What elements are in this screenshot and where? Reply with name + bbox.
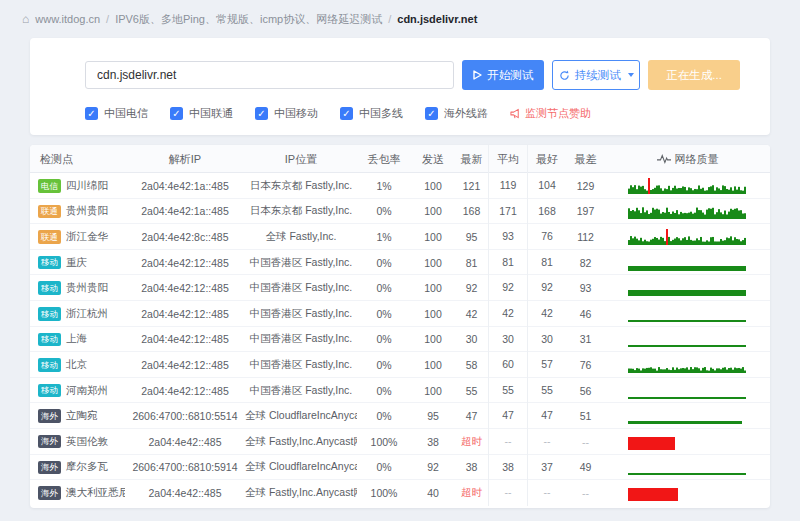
column-header-label: 网络质量	[675, 152, 719, 167]
cell-avg: 60	[488, 352, 527, 378]
isp-badge: 移动	[38, 384, 61, 398]
table-row: 电信四川绵阳2a04:4e42:1a::485日本东京都 Fastly,Inc.…	[30, 173, 770, 199]
quality-chart	[628, 203, 746, 219]
cell-avg: 42	[488, 301, 527, 327]
cell-node: 电信四川绵阳	[30, 179, 125, 193]
filter-checkbox-2[interactable]: ✓中国联通	[170, 106, 233, 121]
filter-label: 中国移动	[274, 106, 318, 121]
latency-band	[628, 266, 746, 271]
cell-avg: --	[488, 480, 527, 506]
checkbox-icon: ✓	[85, 107, 98, 120]
cell-quality	[605, 178, 770, 194]
isp-badge: 海外	[38, 486, 61, 500]
cell-loss: 100%	[357, 436, 411, 448]
table-body: 电信四川绵阳2a04:4e42:1a::485日本东京都 Fastly,Inc.…	[30, 173, 770, 506]
generating-button[interactable]: 正在生成...	[648, 60, 740, 90]
node-city: 贵州贵阳	[66, 204, 108, 218]
quality-chart	[628, 459, 746, 475]
cell-latest: 42	[455, 308, 488, 320]
cell-sent: 100	[411, 308, 455, 320]
cell-worst: --	[566, 436, 605, 448]
node-city: 摩尔多瓦	[66, 460, 108, 474]
cell-best: 57	[527, 352, 566, 378]
isp-badge: 移动	[38, 333, 61, 347]
filter-checkbox-1[interactable]: ✓中国电信	[85, 106, 148, 121]
continuous-test-button[interactable]: 持续测试	[552, 60, 640, 90]
cell-best: 55	[527, 378, 566, 404]
checkbox-icon: ✓	[340, 107, 353, 120]
cell-best: 92	[527, 275, 566, 301]
cell-location: 日本东京都 Fastly,Inc.	[245, 179, 357, 193]
cell-sent: 92	[411, 461, 455, 473]
quality-chart	[628, 331, 746, 347]
cell-avg: 92	[488, 275, 527, 301]
cell-node: 移动浙江杭州	[30, 307, 125, 321]
cell-quality	[605, 357, 770, 373]
breadcrumb-site[interactable]: www.itdog.cn	[35, 13, 100, 25]
node-city: 英国伦敦	[66, 435, 108, 449]
cell-worst: 76	[566, 359, 605, 371]
column-header-5: 发送	[411, 152, 455, 167]
test-toolbar-card: 开始测试 持续测试 正在生成... ✓中国电信✓中国联通✓中国移动✓中国多线✓海…	[30, 38, 770, 135]
cell-quality	[605, 383, 770, 399]
cell-node: 移动北京	[30, 358, 125, 372]
breadcrumb-current: cdn.jsdelivr.net	[397, 13, 477, 25]
latency-noise-band	[628, 357, 746, 373]
cell-loss: 100%	[357, 487, 411, 499]
cell-avg: 47	[488, 403, 527, 429]
cell-quality	[605, 331, 770, 347]
cell-latest: 超时	[455, 486, 488, 500]
cell-loss: 0%	[357, 257, 411, 269]
cell-latest: 95	[455, 231, 488, 243]
filter-label: 中国多线	[359, 106, 403, 121]
table-row: 移动贵州贵阳2a04:4e42:12::485中国香港区 Fastly,Inc.…	[30, 275, 770, 301]
cell-sent: 100	[411, 231, 455, 243]
column-header-6: 最新	[455, 152, 488, 167]
breadcrumb-path[interactable]: IPV6版、多地Ping、常规版、icmp协议、网络延迟测试	[115, 12, 382, 27]
filter-label: 中国联通	[189, 106, 233, 121]
results-table: 检测点解析IPIP位置丢包率发送最新平均最好最差网络质量 电信四川绵阳2a04:…	[30, 145, 770, 508]
cell-ip: 2a04:4e42::485	[125, 436, 245, 448]
cell-ip: 2a04:4e42::485	[125, 487, 245, 499]
isp-badge: 电信	[38, 179, 61, 193]
cell-worst: 56	[566, 385, 605, 397]
cell-quality	[605, 408, 770, 424]
filter-checkbox-3[interactable]: ✓中国移动	[255, 106, 318, 121]
cell-avg: 93	[488, 224, 527, 250]
start-test-button[interactable]: 开始测试	[462, 60, 544, 90]
cell-sent: 100	[411, 333, 455, 345]
column-header-1: 检测点	[30, 152, 125, 167]
packet-loss-spike	[648, 178, 650, 194]
cell-latest: 58	[455, 359, 488, 371]
column-header-7: 平均	[488, 145, 527, 173]
checkbox-icon: ✓	[170, 107, 183, 120]
filter-checkbox-5[interactable]: ✓海外线路	[425, 106, 488, 121]
breadcrumb: ⌂ www.itdog.cn / IPV6版、多地Ping、常规版、icmp协议…	[0, 0, 800, 28]
filter-checkbox-4[interactable]: ✓中国多线	[340, 106, 403, 121]
sponsor-link[interactable]: 监测节点赞助	[510, 106, 591, 121]
cell-best: 47	[527, 403, 566, 429]
quality-chart	[628, 408, 746, 424]
filter-label: 中国电信	[104, 106, 148, 121]
table-row: 海外英国伦敦2a04:4e42::485全球 Fastly,Inc.Anycas…	[30, 429, 770, 455]
isp-badge: 联通	[38, 205, 61, 219]
latency-band	[628, 421, 742, 424]
quality-chart	[628, 229, 746, 245]
quality-chart	[628, 485, 746, 501]
cell-sent: 100	[411, 205, 455, 217]
cell-best: 76	[527, 224, 566, 250]
cell-location: 中国香港区 Fastly,Inc.	[245, 256, 357, 270]
play-icon	[473, 70, 482, 80]
latency-band	[628, 320, 746, 322]
breadcrumb-separator: /	[388, 13, 391, 25]
cell-worst: 112	[566, 231, 605, 243]
table-row: 联通浙江金华2a04:4e42:8c::485全球 Fastly,Inc.1%1…	[30, 224, 770, 250]
latency-band	[628, 345, 746, 347]
column-header-3: IP位置	[245, 152, 357, 167]
cell-loss: 1%	[357, 231, 411, 243]
target-host-input[interactable]	[85, 61, 454, 89]
cell-avg: 171	[488, 199, 527, 225]
cell-node: 海外英国伦敦	[30, 435, 125, 449]
megaphone-icon	[510, 108, 521, 119]
cell-avg: 119	[488, 173, 527, 199]
